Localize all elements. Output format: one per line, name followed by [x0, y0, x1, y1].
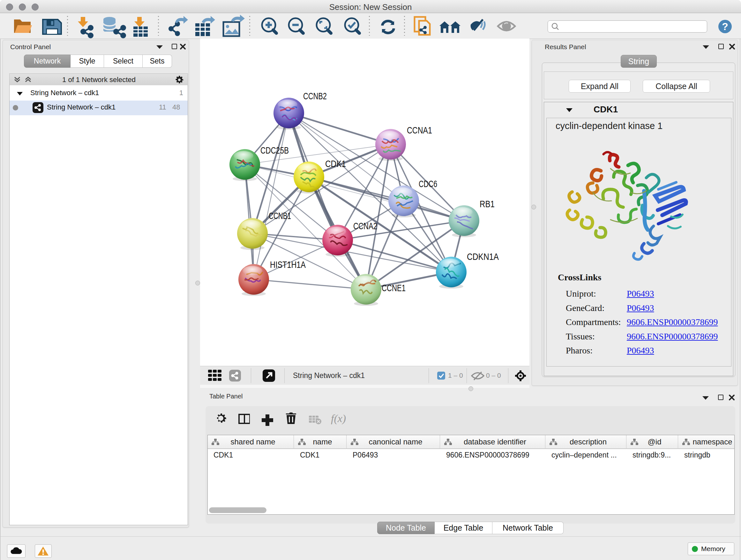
svg-text:CCNA2: CCNA2 — [353, 221, 377, 231]
svg-text:CCNA1: CCNA1 — [407, 125, 432, 135]
svg-text:CCNB2: CCNB2 — [303, 91, 327, 101]
svg-text:CDK1: CDK1 — [325, 159, 346, 169]
svg-text:CCNE1: CCNE1 — [382, 283, 406, 293]
svg-text:f(x): f(x) — [331, 413, 346, 425]
svg-text:CDC25B: CDC25B — [260, 145, 289, 155]
svg-text:HIST1H1A: HIST1H1A — [270, 260, 306, 270]
svg-text:RB1: RB1 — [480, 199, 495, 209]
svg-text:?: ? — [722, 21, 728, 32]
svg-text:CDC6: CDC6 — [419, 179, 437, 189]
svg-text:CCNB1: CCNB1 — [269, 211, 291, 221]
svg-text:CDKN1A: CDKN1A — [467, 252, 499, 262]
